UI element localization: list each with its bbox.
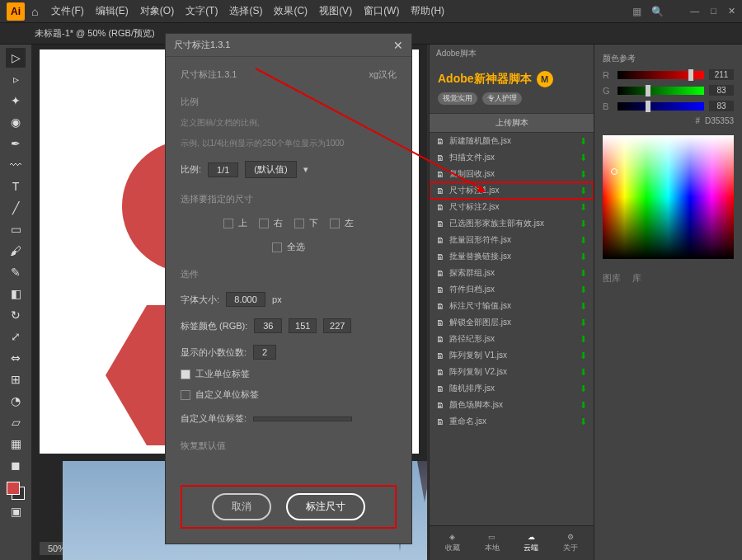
menu-help[interactable]: 帮助(H): [411, 4, 444, 18]
download-icon[interactable]: ⬇: [580, 186, 587, 196]
download-icon[interactable]: ⬇: [580, 136, 587, 147]
close-icon[interactable]: ✕: [728, 6, 735, 16]
download-icon[interactable]: ⬇: [580, 252, 587, 262]
type-tool[interactable]: T: [6, 176, 26, 196]
menu-object[interactable]: 对象(O): [140, 4, 174, 18]
spectrum-cursor-icon[interactable]: [611, 168, 618, 175]
menu-file[interactable]: 文件(F): [51, 4, 83, 18]
cb-industrial[interactable]: [181, 369, 190, 379]
download-icon[interactable]: ⬇: [580, 334, 587, 345]
dialog-close-icon[interactable]: ✕: [393, 39, 403, 52]
script-item[interactable]: 🗎探索群组.jsx⬇: [430, 265, 594, 281]
script-item[interactable]: 🗎尺寸标注2.jsx⬇: [430, 199, 594, 215]
pill-support[interactable]: 专人护理: [482, 92, 522, 105]
download-icon[interactable]: ⬇: [580, 268, 587, 279]
script-item[interactable]: 🗎批量替换链接.jsx⬇: [430, 248, 594, 265]
search-icon[interactable]: 🔍: [651, 6, 664, 17]
download-icon[interactable]: ⬇: [580, 285, 587, 295]
color-r-input[interactable]: 36: [254, 318, 282, 333]
g-value[interactable]: 83: [709, 85, 734, 96]
maximize-icon[interactable]: □: [711, 6, 716, 16]
pen-tool[interactable]: ✒: [6, 134, 26, 153]
script-item[interactable]: 🗎标注尺寸输值.jsx⬇: [430, 298, 594, 314]
color-g-input[interactable]: 151: [289, 318, 317, 333]
b-value[interactable]: 83: [709, 101, 734, 111]
hex-value[interactable]: D35353: [705, 116, 734, 125]
width-tool[interactable]: ⇔: [6, 348, 26, 368]
scripts-tab[interactable]: 上传脚本: [430, 114, 594, 133]
layout-icon[interactable]: ▦: [632, 6, 641, 17]
download-icon[interactable]: ⬇: [580, 318, 587, 328]
download-icon[interactable]: ⬇: [580, 416, 587, 427]
script-item[interactable]: 🗎新建随机颜色.jsx⬇: [430, 133, 594, 149]
cancel-button[interactable]: 取消: [212, 493, 271, 520]
script-item[interactable]: 🗎尺寸标注1.jsx⬇: [430, 182, 594, 199]
cb-all[interactable]: [272, 242, 282, 252]
menu-view[interactable]: 视图(V): [319, 4, 352, 18]
download-icon[interactable]: ⬇: [580, 169, 587, 180]
r-value[interactable]: 211: [709, 69, 734, 80]
script-item[interactable]: 🗎重命名.jsx⬇: [430, 413, 594, 430]
cb-bottom[interactable]: [294, 219, 304, 228]
gradient-tool[interactable]: ◼: [6, 455, 26, 475]
tab-swatches[interactable]: 图库: [603, 272, 621, 285]
ratio-value[interactable]: 1/1: [208, 162, 238, 177]
b-slider[interactable]: [618, 102, 704, 111]
tab-library[interactable]: 库: [632, 272, 641, 285]
eraser-tool[interactable]: ◧: [6, 284, 26, 304]
home-icon[interactable]: ⌂: [31, 5, 38, 18]
menu-select[interactable]: 选择(S): [229, 4, 262, 18]
script-item[interactable]: 🗎符件归档.jsx⬇: [430, 281, 594, 298]
script-item[interactable]: 🗎颜色场脚本.jsx⬇: [430, 397, 594, 413]
selection-tool[interactable]: ▷: [6, 48, 26, 68]
ok-button[interactable]: 标注尺寸: [286, 493, 365, 520]
foot-cloud[interactable]: ☁云端: [524, 533, 538, 553]
rotate-tool[interactable]: ↻: [6, 305, 26, 325]
perspective-tool[interactable]: ▱: [6, 412, 26, 432]
lasso-tool[interactable]: ◉: [6, 112, 26, 132]
download-icon[interactable]: ⬇: [580, 367, 587, 378]
screen-mode-tool[interactable]: ▣: [6, 501, 26, 521]
cb-right[interactable]: [259, 219, 269, 228]
cb-custom[interactable]: [181, 390, 190, 400]
color-swatch[interactable]: [7, 482, 25, 500]
font-size-input[interactable]: 8.000: [226, 292, 265, 307]
download-icon[interactable]: ⬇: [580, 235, 587, 246]
cb-top[interactable]: [223, 219, 233, 228]
script-item[interactable]: 🗎解锁全部图层.jsx⬇: [430, 314, 594, 331]
scale-tool[interactable]: ⤢: [6, 327, 26, 346]
curvature-tool[interactable]: 〰: [6, 155, 26, 175]
r-slider[interactable]: [618, 71, 704, 79]
download-icon[interactable]: ⬇: [580, 400, 587, 411]
menu-effect[interactable]: 效果(C): [274, 4, 308, 18]
script-item[interactable]: 🗎已选图形家族主部有效.jsx⬇: [430, 215, 594, 232]
pill-visual[interactable]: 视觉实用: [438, 92, 477, 105]
foot-local[interactable]: ▭本地: [485, 533, 500, 553]
script-item[interactable]: 🗎批量回形符件.jsx⬇: [430, 232, 594, 248]
script-item[interactable]: 🗎阵列复制 V2.jsx⬇: [430, 364, 594, 380]
shaper-tool[interactable]: ✎: [6, 262, 26, 282]
download-icon[interactable]: ⬇: [580, 202, 587, 213]
ratio-default[interactable]: (默认值): [245, 161, 296, 178]
download-icon[interactable]: ⬇: [580, 153, 587, 163]
rect-tool[interactable]: ▭: [6, 219, 26, 239]
script-item[interactable]: 🗎阵列复制 V1.jsx⬇: [430, 347, 594, 364]
cb-left[interactable]: [330, 219, 340, 228]
foot-fav[interactable]: ◈收藏: [445, 533, 460, 553]
download-icon[interactable]: ⬇: [580, 219, 587, 229]
wand-tool[interactable]: ✦: [6, 91, 26, 111]
download-icon[interactable]: ⬇: [580, 384, 587, 394]
decimals-input[interactable]: 2: [253, 345, 276, 360]
custom-unit-input[interactable]: [253, 416, 352, 421]
brush-tool[interactable]: 🖌: [6, 241, 26, 261]
script-item[interactable]: 🗎扫描文件.jsx⬇: [430, 149, 594, 166]
menu-text[interactable]: 文字(T): [186, 4, 218, 18]
g-slider[interactable]: [618, 87, 704, 95]
color-b-input[interactable]: 227: [323, 318, 351, 333]
mesh-tool[interactable]: ▦: [6, 434, 26, 454]
download-icon[interactable]: ⬇: [580, 301, 587, 312]
script-item[interactable]: 🗎路径纪形.jsx⬇: [430, 331, 594, 347]
shape-builder-tool[interactable]: ◔: [6, 391, 26, 411]
direct-select-tool[interactable]: ▹: [6, 69, 26, 89]
free-transform-tool[interactable]: ⊞: [6, 369, 26, 389]
